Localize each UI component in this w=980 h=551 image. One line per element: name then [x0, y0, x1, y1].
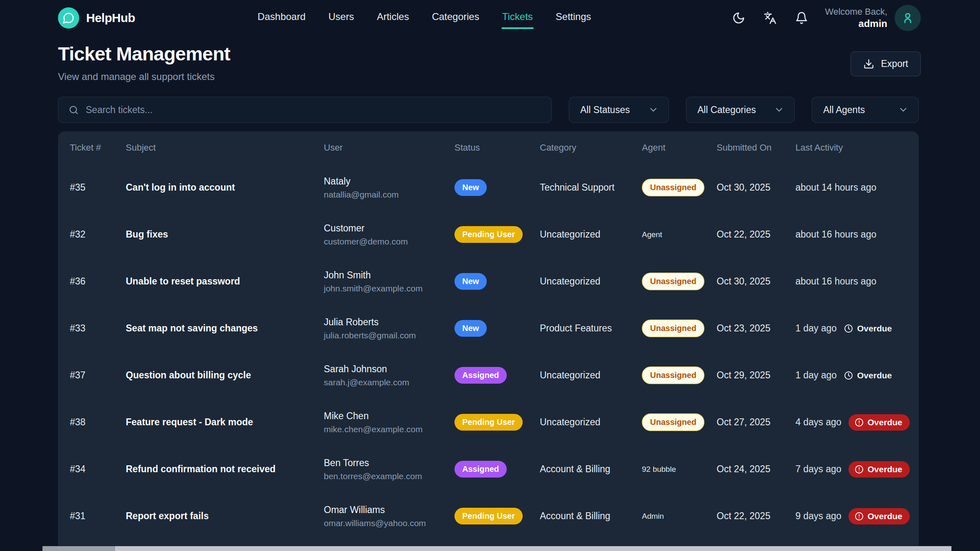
- nav-item-categories[interactable]: Categories: [431, 7, 480, 29]
- agent-badge: Unassigned: [642, 179, 704, 196]
- search-box: [58, 97, 552, 123]
- table-row[interactable]: #31 Report export fails Omar Williams om…: [58, 493, 919, 540]
- activity-time: about 16 hours ago: [795, 276, 876, 287]
- page-header: Ticket Management View and manage all su…: [0, 36, 980, 82]
- language-icon: [764, 11, 777, 24]
- ticket-number: #34: [70, 464, 126, 475]
- col-header-category: Category: [540, 142, 642, 153]
- status-cell: Pending User: [454, 226, 540, 243]
- table-row[interactable]: #37 Question about billing cycle Sarah J…: [58, 352, 919, 399]
- table-header-row: Ticket # Subject User Status Category Ag…: [58, 131, 919, 164]
- overdue-indicator: Overdue: [844, 371, 892, 380]
- activity-time: 1 day ago: [795, 323, 837, 334]
- export-button[interactable]: Export: [851, 51, 921, 76]
- status-cell: Assigned: [454, 461, 540, 478]
- notifications-button[interactable]: [795, 11, 808, 24]
- ticket-user: Sarah Johnson sarah.j@example.com: [324, 364, 454, 387]
- nav-item-users[interactable]: Users: [327, 7, 355, 29]
- status-filter-select[interactable]: All Statuses: [569, 97, 669, 123]
- page-title: Ticket Management: [58, 42, 230, 65]
- theme-toggle-button[interactable]: [732, 11, 745, 24]
- activity-time: 9 days ago: [795, 511, 842, 522]
- table-row[interactable]: #36 Unable to reset password John Smith …: [58, 258, 919, 305]
- activity-time: 7 days ago: [795, 464, 842, 475]
- overdue-indicator: Overdue: [849, 461, 910, 478]
- brand[interactable]: HelpHub: [58, 7, 135, 29]
- activity-time: about 14 hours ago: [795, 182, 876, 193]
- last-activity-cell: 1 day ago Overdue: [795, 323, 911, 334]
- agent-filter-value: All Agents: [823, 104, 865, 116]
- alert-circle-icon: [854, 464, 864, 474]
- user-icon: [901, 11, 915, 25]
- status-badge: Pending User: [454, 508, 523, 524]
- last-activity-cell: about 16 hours ago: [795, 276, 911, 287]
- welcome-block: Welcome Back, admin: [825, 6, 887, 30]
- scrollbar-thumb[interactable]: [42, 546, 115, 551]
- status-badge: Pending User: [454, 226, 523, 243]
- status-badge: New: [454, 273, 487, 290]
- avatar[interactable]: [895, 5, 921, 31]
- welcome-greeting: Welcome Back,: [825, 6, 887, 18]
- export-label: Export: [881, 58, 908, 69]
- ticket-number: #32: [70, 229, 126, 240]
- table-row[interactable]: #35 Can't log in into account Nataly nat…: [58, 164, 919, 211]
- agent-badge: Unassigned: [642, 320, 704, 337]
- col-header-submitted: Submitted On: [717, 142, 795, 153]
- ticket-subject: Refund confirmation not received: [126, 464, 324, 475]
- nav-item-dashboard[interactable]: Dashboard: [257, 7, 306, 29]
- user-name: Omar Williams: [324, 504, 454, 515]
- agent-cell: Unassigned: [642, 273, 717, 290]
- language-button[interactable]: [764, 11, 777, 24]
- clock-icon: [844, 324, 853, 333]
- category-filter-select[interactable]: All Categories: [686, 97, 795, 123]
- search-icon: [68, 104, 79, 116]
- submitted-date: Oct 30, 2025: [717, 182, 795, 193]
- top-bar: HelpHub Dashboard Users Articles Categor…: [0, 0, 980, 36]
- overdue-indicator: Overdue: [849, 508, 910, 524]
- agent-cell: Unassigned: [642, 367, 717, 384]
- horizontal-scrollbar[interactable]: [42, 546, 951, 551]
- ticket-category: Uncategorized: [540, 370, 642, 381]
- activity-time: 1 day ago: [795, 370, 837, 381]
- search-input[interactable]: [86, 104, 541, 116]
- ticket-subject: Report export fails: [126, 511, 324, 522]
- agent-cell: Agent: [642, 230, 717, 239]
- tickets-table: Ticket # Subject User Status Category Ag…: [58, 131, 919, 546]
- nav-item-tickets[interactable]: Tickets: [501, 7, 534, 29]
- status-filter-value: All Statuses: [580, 104, 630, 116]
- agent-cell: 92 bubble: [642, 465, 717, 474]
- ticket-category: Account & Billing: [540, 511, 642, 522]
- chat-bubble-logo-icon: [58, 7, 79, 29]
- page-subtitle: View and manage all support tickets: [58, 71, 230, 82]
- table-row[interactable]: #34 Refund confirmation not received Ben…: [58, 446, 919, 493]
- ticket-subject: Question about billing cycle: [126, 370, 324, 381]
- nav-item-articles[interactable]: Articles: [376, 7, 410, 29]
- activity-time: 4 days ago: [795, 417, 842, 428]
- user-email: sarah.j@example.com: [324, 378, 454, 387]
- submitted-date: Oct 24, 2025: [717, 464, 795, 475]
- table-row[interactable]: #33 Seat map not saving changes Julia Ro…: [58, 305, 919, 352]
- status-cell: Pending User: [454, 508, 540, 524]
- chevron-down-icon: [898, 104, 909, 115]
- status-cell: New: [454, 273, 540, 290]
- ticket-category: Uncategorized: [540, 229, 642, 240]
- user-name: Sarah Johnson: [324, 364, 454, 375]
- brand-name: HelpHub: [86, 11, 135, 25]
- nav-item-settings[interactable]: Settings: [555, 7, 592, 29]
- ticket-user: Omar Williams omar.williams@yahoo.com: [324, 504, 454, 528]
- agent-filter-select[interactable]: All Agents: [812, 97, 919, 123]
- main-nav: Dashboard Users Articles Categories Tick…: [257, 7, 592, 29]
- table-row[interactable]: #38 Feature request - Dark mode Mike Che…: [58, 399, 919, 446]
- user-email: customer@demo.com: [324, 237, 454, 247]
- agent-badge: Unassigned: [642, 273, 704, 290]
- ticket-user: Ben Torres ben.torres@example.com: [324, 458, 454, 481]
- agent-badge: Unassigned: [642, 367, 704, 384]
- chevron-down-icon: [648, 104, 659, 115]
- ticket-number: #33: [70, 323, 126, 334]
- ticket-user: Julia Roberts julia.roberts@gmail.com: [324, 317, 454, 340]
- status-badge: New: [454, 179, 487, 196]
- last-activity-cell: about 14 hours ago: [795, 182, 911, 193]
- table-row[interactable]: #32 Bug fixes Customer customer@demo.com…: [58, 211, 919, 258]
- overdue-label: Overdue: [857, 324, 892, 333]
- moon-icon: [732, 11, 745, 24]
